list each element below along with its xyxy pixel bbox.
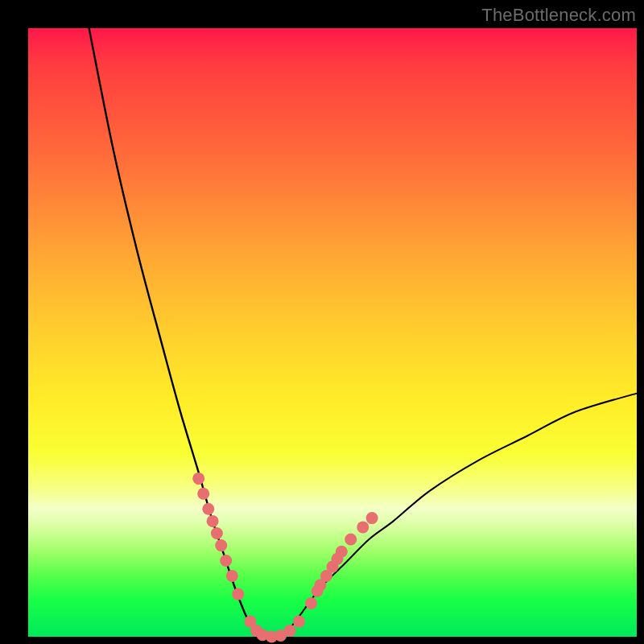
data-marker (366, 512, 378, 524)
data-marker (226, 570, 238, 582)
data-marker (293, 616, 305, 628)
data-marker (305, 597, 317, 609)
data-marker (211, 527, 223, 539)
data-marker (357, 521, 369, 533)
chart-svg (28, 28, 637, 637)
data-marker (220, 555, 232, 567)
watermark-text: TheBottleneck.com (481, 5, 636, 26)
data-marker (232, 588, 244, 601)
data-marker (192, 473, 204, 485)
chart-stage: TheBottleneck.com (0, 0, 644, 644)
data-marker (336, 546, 348, 558)
data-marker (345, 534, 357, 546)
curve-right-branch (284, 394, 638, 637)
curve-left-branch (89, 28, 260, 637)
data-marker (202, 503, 214, 515)
data-marker (207, 515, 219, 527)
data-marker (215, 539, 227, 551)
data-marker (197, 488, 209, 500)
data-marker (284, 625, 296, 637)
